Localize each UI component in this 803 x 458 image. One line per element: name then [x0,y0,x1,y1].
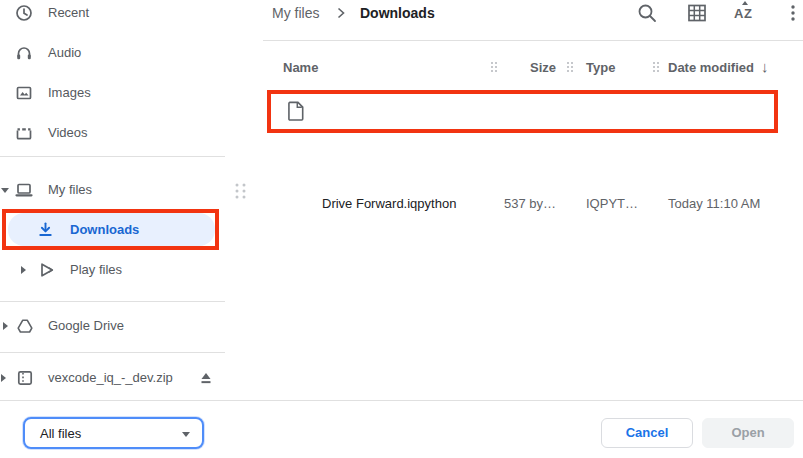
file-name: Drive Forward.iqpython [322,196,456,211]
splitter-drag-handle-icon[interactable] [233,182,247,200]
file-generic-icon [287,101,305,122]
sidebar-item-audio[interactable]: Audio [0,33,225,73]
sidebar-item-label: Images [48,85,91,100]
laptop-icon [14,180,34,200]
file-size: 537 by… [460,196,556,211]
column-resize-handle-icon[interactable] [652,61,660,73]
sidebar-item-label: Audio [48,45,81,60]
zip-archive-icon [15,368,35,388]
headphones-icon [14,43,34,63]
sidebar-item-my-files[interactable]: My files [0,170,225,210]
file-date-modified: Today 11:10 AM [668,196,760,211]
grid-view-icon[interactable] [685,1,709,25]
expand-caret-icon[interactable] [1,374,6,382]
sidebar-item-label: Downloads [70,222,139,237]
sidebar-item-label: Videos [48,125,88,140]
film-icon [14,123,34,143]
breadcrumb-parent[interactable]: My files [272,5,319,21]
sidebar-item-label: vexcode_iq_-_dev.zip [48,370,173,385]
file-type: IQPYT… [586,196,638,211]
header-divider [263,40,803,41]
sort-direction-icon[interactable]: ↓ [761,58,769,75]
sidebar-item-recent[interactable]: Recent [0,0,225,33]
search-icon[interactable] [635,1,659,25]
dropdown-arrow-icon [182,432,190,437]
sidebar-item-play-files[interactable]: Play files [0,250,225,290]
file-type-filter-select[interactable]: All files [23,417,204,449]
expand-caret-icon[interactable] [3,322,8,330]
sidebar-item-google-drive[interactable]: Google Drive [0,306,225,346]
google-drive-icon [15,316,35,336]
column-header-size[interactable]: Size [500,60,556,75]
footer-divider [0,400,803,401]
column-resize-handle-icon[interactable] [566,61,574,73]
column-resize-handle-icon[interactable] [490,61,498,73]
open-button[interactable]: Open [702,418,794,448]
play-store-icon [37,260,57,280]
expand-caret-icon[interactable] [1,188,9,193]
image-icon [14,83,34,103]
expand-caret-icon[interactable] [21,266,26,274]
column-header-date-modified[interactable]: Date modified [668,60,754,75]
sort-az-icon[interactable]: AZ [733,1,757,25]
files-picker-window: Recent Audio Images Videos [0,0,803,458]
eject-icon[interactable] [197,369,217,389]
column-header-type[interactable]: Type [586,60,615,75]
sidebar-divider [0,352,225,353]
sidebar-item-downloads[interactable]: Downloads [8,213,215,246]
sidebar-item-label: Google Drive [48,318,124,333]
clock-icon [14,3,34,23]
sidebar-item-label: My files [48,182,92,197]
breadcrumb-chevron-icon [336,7,346,19]
sidebar-divider [0,156,225,157]
cancel-button[interactable]: Cancel [601,418,693,448]
file-row-drive-forward[interactable]: Drive Forward.iqpython 537 by… IQPYT… To… [267,92,778,132]
download-icon [36,220,55,239]
sidebar-item-label: Recent [48,5,89,20]
sidebar-item-label: Play files [70,262,122,277]
more-menu-icon[interactable] [787,1,799,25]
column-header-name[interactable]: Name [283,60,318,75]
sidebar-divider [0,301,225,302]
breadcrumb-current: Downloads [360,5,435,21]
sidebar-item-videos[interactable]: Videos [0,113,225,153]
sidebar-item-vexcode-zip[interactable]: vexcode_iq_-_dev.zip [0,358,225,398]
filter-selected-value: All files [40,426,81,441]
sidebar-item-images[interactable]: Images [0,73,225,113]
